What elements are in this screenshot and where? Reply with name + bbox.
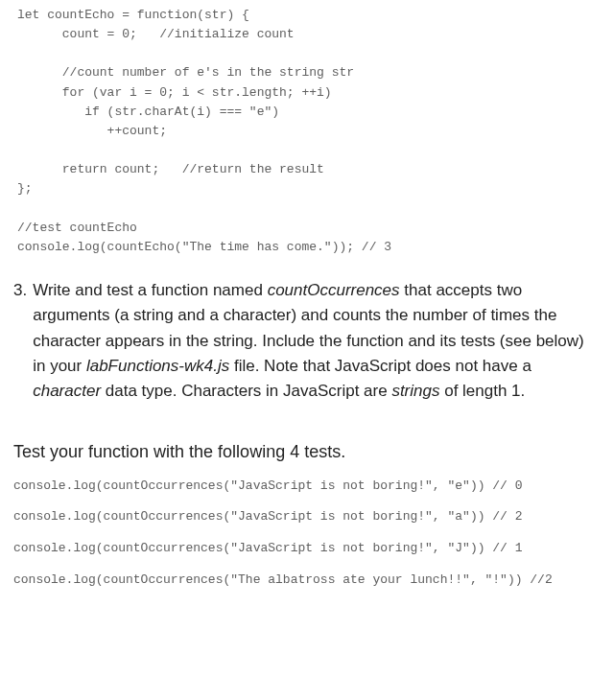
plain-text: data type. Characters in JavaScript are — [101, 382, 391, 400]
tests-list: console.log(countOccurrences("JavaScript… — [12, 478, 602, 590]
question-3: 3. Write and test a function named count… — [13, 278, 599, 405]
plain-text: file. Note that JavaScript does not have… — [229, 357, 531, 375]
plain-text: Write and test a function named — [33, 281, 267, 299]
italic-text: labFunctions-wk4.js — [86, 357, 229, 375]
italic-text: countOccurrences — [268, 281, 400, 299]
plain-text: of length 1. — [439, 382, 525, 400]
test-line: console.log(countOccurrences("JavaScript… — [13, 540, 602, 558]
code-example-block: let countEcho = function(str) { count = … — [12, 6, 602, 257]
question-number: 3. — [13, 278, 27, 303]
test-line: console.log(countOccurrences("The albatr… — [13, 572, 602, 590]
tests-heading: Test your function with the following 4 … — [13, 439, 602, 464]
italic-text: character — [33, 382, 101, 400]
question-body: Write and test a function named countOcc… — [33, 278, 599, 405]
test-line: console.log(countOccurrences("JavaScript… — [13, 478, 602, 496]
italic-text: strings — [391, 382, 439, 400]
test-line: console.log(countOccurrences("JavaScript… — [13, 508, 602, 526]
